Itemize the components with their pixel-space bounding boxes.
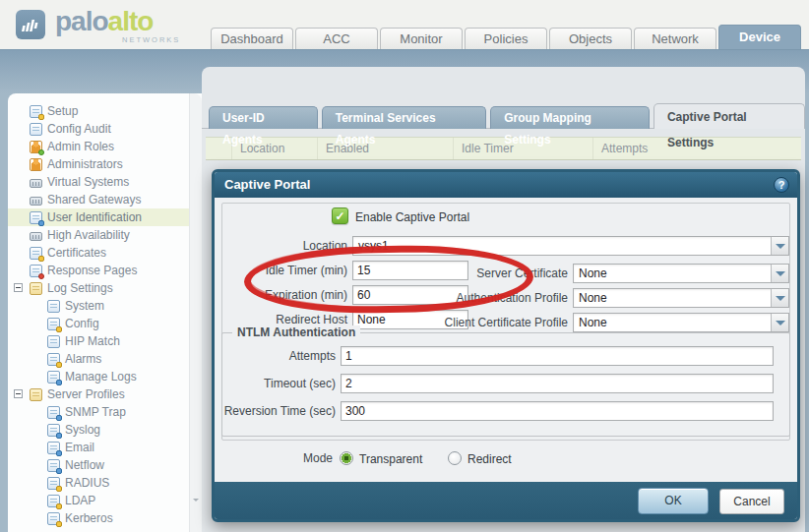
server-lock-icon xyxy=(47,512,60,525)
admin-roles-icon xyxy=(30,141,42,153)
mode-transparent-radio[interactable] xyxy=(340,451,353,465)
client-certificate-profile-label: Client Certificate Profile xyxy=(445,316,568,329)
sidebar-item-high-availability[interactable]: High Availability xyxy=(8,226,189,244)
ntlm-attempts-label: Attempts xyxy=(222,349,336,363)
mode-redirect-radio[interactable] xyxy=(448,451,462,465)
ntlm-reversion-time-label: Reversion Time (sec) xyxy=(222,404,336,418)
paloalto-logo-icon xyxy=(16,10,45,39)
sidebar-item-ldap[interactable]: LDAP xyxy=(8,492,189,509)
tab-captive-portal-settings[interactable]: Captive Portal Settings xyxy=(653,103,805,129)
nav-tab-acc[interactable]: ACC xyxy=(295,28,378,49)
paloalto-logo: paloalto NETWORKS xyxy=(16,8,232,47)
folder-icon xyxy=(30,388,42,401)
nav-tab-objects[interactable]: Objects xyxy=(549,28,632,49)
sidebar-item-snmp-trap[interactable]: SNMP Trap xyxy=(8,403,189,421)
server-lock-icon xyxy=(47,495,60,507)
idle-timer-input[interactable] xyxy=(352,261,468,280)
server-lock-icon xyxy=(47,477,60,490)
collapse-toggle-icon[interactable] xyxy=(14,283,23,292)
authentication-profile-dropdown[interactable]: None xyxy=(573,288,789,308)
sidebar-scrollbar[interactable] xyxy=(189,93,202,532)
chevron-down-icon[interactable] xyxy=(771,314,788,331)
sidebar-item-certificates[interactable]: Certificates xyxy=(8,244,189,262)
sidebar-item-kerberos[interactable]: Kerberos xyxy=(8,509,189,527)
mode-row: Mode Transparent Redirect xyxy=(215,451,797,469)
sidebar-item-log-config[interactable]: Config xyxy=(8,315,189,332)
sidebar-item-shared-gateways[interactable]: Shared Gateways xyxy=(8,191,189,208)
folder-icon xyxy=(30,282,42,295)
brand-wordmark: paloalto xyxy=(55,6,153,37)
certificates-icon xyxy=(30,247,42,260)
server-doc-icon xyxy=(47,459,60,472)
dialog-titlebar: Captive Portal ? xyxy=(215,172,797,198)
device-subtabs: User-ID Agents Terminal Services Agents … xyxy=(209,103,805,129)
server-certificate-dropdown[interactable]: None xyxy=(573,264,789,283)
ntlm-timeout-input[interactable] xyxy=(341,374,774,393)
nav-tab-device[interactable]: Device xyxy=(718,25,801,49)
mode-transparent-label: Transparent xyxy=(359,452,422,466)
client-certificate-profile-value: None xyxy=(574,314,771,331)
sidebar-item-virtual-systems[interactable]: Virtual Systems xyxy=(8,173,189,191)
tab-group-mapping-settings[interactable]: Group Mapping Settings xyxy=(490,106,650,129)
administrators-icon xyxy=(30,158,42,171)
location-value: vsys1 xyxy=(353,237,771,255)
sidebar-item-server-profiles[interactable]: Server Profiles xyxy=(8,385,189,403)
nav-tab-policies[interactable]: Policies xyxy=(465,28,547,49)
cancel-button[interactable]: Cancel xyxy=(719,489,784,514)
mode-redirect-label: Redirect xyxy=(467,452,512,466)
ok-button[interactable]: OK xyxy=(638,488,709,514)
sidebar-item-response-pages[interactable]: Response Pages xyxy=(8,262,189,279)
log-doc-icon xyxy=(47,318,60,330)
sidebar-item-log-settings[interactable]: Log Settings xyxy=(8,279,189,297)
sidebar-item-administrators[interactable]: Administrators xyxy=(8,155,189,173)
authentication-profile-value: None xyxy=(574,289,771,307)
help-icon[interactable]: ? xyxy=(774,177,789,193)
sidebar-item-hip-match[interactable]: HIP Match xyxy=(8,332,189,350)
client-certificate-profile-dropdown[interactable]: None xyxy=(573,313,789,332)
sidebar-item-admin-roles[interactable]: Admin Roles xyxy=(8,138,189,155)
collapse-toggle-icon[interactable] xyxy=(14,389,23,398)
sidebar-item-manage-logs[interactable]: Manage Logs xyxy=(8,368,189,385)
ntlm-authentication-title: NTLM Authentication xyxy=(232,325,360,339)
enable-captive-portal-checkbox[interactable]: ✓ xyxy=(332,207,348,224)
location-label: Location xyxy=(215,239,347,253)
ntlm-attempts-input[interactable] xyxy=(341,346,774,366)
response-pages-icon xyxy=(30,265,42,277)
nav-tab-monitor[interactable]: Monitor xyxy=(380,28,463,49)
nav-tab-dashboard[interactable]: Dashboard xyxy=(211,28,293,49)
location-dropdown[interactable]: vsys1 xyxy=(352,236,789,256)
config-audit-icon xyxy=(30,123,42,136)
server-doc-icon xyxy=(47,424,60,437)
ntlm-reversion-time-input[interactable] xyxy=(341,401,774,421)
sidebar-item-user-identification[interactable]: User Identification xyxy=(8,208,189,226)
log-doc-icon xyxy=(47,335,60,348)
dialog-footer: OK Cancel xyxy=(215,482,797,519)
authentication-profile-label: Authentication Profile xyxy=(457,291,568,305)
expiration-input[interactable] xyxy=(352,285,468,305)
nav-tab-network[interactable]: Network xyxy=(634,28,716,49)
high-availability-icon xyxy=(30,232,42,241)
ntlm-timeout-label: Timeout (sec) xyxy=(222,377,336,390)
sidebar-item-log-system[interactable]: System xyxy=(8,297,189,315)
tab-user-id-agents[interactable]: User-ID Agents xyxy=(209,106,318,129)
sidebar-item-email[interactable]: Email xyxy=(8,439,189,456)
sidebar-item-setup[interactable]: Setup xyxy=(8,102,189,120)
dialog-body: ✓ Enable Captive Portal Location vsys1 I… xyxy=(215,198,797,482)
enable-captive-portal-label: Enable Captive Portal xyxy=(355,210,469,224)
sidebar-item-alarms[interactable]: Alarms xyxy=(8,350,189,368)
captive-portal-dialog: Captive Portal ? ✓ Enable Captive Portal… xyxy=(212,169,800,522)
chevron-down-icon[interactable] xyxy=(771,265,788,282)
sidebar-item-radius[interactable]: RADIUS xyxy=(8,474,189,492)
idle-timer-label: Idle Timer (min) xyxy=(215,264,347,277)
chevron-down-icon[interactable] xyxy=(771,289,788,307)
dialog-title: Captive Portal xyxy=(224,177,310,192)
brand-subtitle: NETWORKS xyxy=(122,35,180,44)
chevron-down-icon[interactable] xyxy=(771,237,788,255)
sidebar-item-config-audit[interactable]: Config Audit xyxy=(8,120,189,138)
sidebar-item-syslog[interactable]: Syslog xyxy=(8,421,189,439)
server-certificate-value: None xyxy=(574,265,771,282)
device-sidebar: Setup Config Audit Admin Roles Administr… xyxy=(8,93,202,532)
alarms-icon xyxy=(47,353,60,366)
tab-terminal-services-agents[interactable]: Terminal Services Agents xyxy=(322,106,487,129)
sidebar-item-netflow[interactable]: Netflow xyxy=(8,456,189,474)
